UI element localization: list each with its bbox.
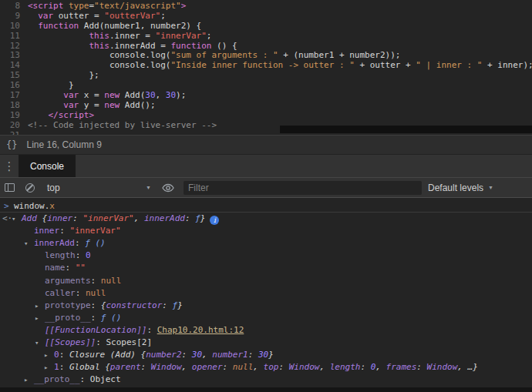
console-text: caller xyxy=(45,288,76,298)
console-text: "innerVar" xyxy=(83,213,134,223)
console-text: arguments xyxy=(45,276,91,286)
console-text: : xyxy=(162,300,172,310)
clear-console-icon[interactable] xyxy=(25,183,35,193)
console-text: top xyxy=(264,362,279,372)
console-text: null xyxy=(101,276,122,286)
console-text: __proto__ xyxy=(45,313,91,323)
console-text: innerAdd xyxy=(34,238,75,248)
console-text: null xyxy=(233,362,254,372)
expand-arrow-icon[interactable]: ▾ xyxy=(12,213,15,225)
console-row: ▸__proto__: Object xyxy=(0,374,532,386)
expand-arrow-icon[interactable]: ▸ xyxy=(24,374,28,386)
console-text: , xyxy=(253,362,263,372)
console-text: inner xyxy=(47,213,72,223)
horizontal-scrollbar[interactable] xyxy=(280,126,532,133)
console-row: ▸1: Global {parent: Window, opener: null… xyxy=(0,361,532,374)
cursor-position-label: Line 16, Column 9 xyxy=(26,139,101,150)
console-toolbar: top ▼ Default levels ▼ xyxy=(0,177,532,198)
line-number[interactable]: 20 xyxy=(0,121,20,131)
filter-input[interactable] xyxy=(184,181,422,195)
code-line: 15 }; xyxy=(0,71,532,81)
expand-arrow-icon[interactable]: ▸ xyxy=(44,349,48,361)
console-text: , xyxy=(134,213,144,223)
console-text: , xyxy=(375,362,386,372)
log-level-label: Default levels xyxy=(428,183,483,193)
line-number[interactable]: 11 xyxy=(0,32,20,42)
console-row: ▸__proto__: ƒ () xyxy=(0,312,532,324)
expand-arrow-icon[interactable]: ▸ xyxy=(35,300,39,312)
console-text: number2 xyxy=(146,350,181,360)
console-text: 30 xyxy=(192,350,202,360)
console-text: } xyxy=(200,213,206,223)
console-text: : xyxy=(416,362,426,372)
line-number[interactable]: 9 xyxy=(0,12,20,22)
expand-arrow-icon[interactable]: ▸ xyxy=(35,312,39,324)
drawer-menu-icon[interactable]: ⋮ xyxy=(0,155,19,177)
console-text: : xyxy=(278,362,288,372)
line-number[interactable]: 19 xyxy=(0,111,20,121)
console-text: Global { xyxy=(69,362,110,372)
expand-arrow-icon[interactable]: ▸ xyxy=(44,361,48,374)
console-text: : xyxy=(91,313,101,323)
context-selector[interactable]: top ▼ xyxy=(47,183,151,193)
console-row: >window.x xyxy=(0,200,532,213)
console-row: name: "" xyxy=(0,262,532,274)
source-link[interactable]: Chap10.20.html:12 xyxy=(157,325,244,335)
info-icon: i xyxy=(210,216,219,225)
prompt-icon: > xyxy=(4,200,9,213)
console-text: ƒ xyxy=(195,213,200,223)
console-text: __proto__ xyxy=(34,374,80,384)
console-text: constructor xyxy=(106,300,162,310)
console-text: x xyxy=(49,201,55,211)
console-text: [[Scopes]] xyxy=(45,337,96,347)
console-text: Window xyxy=(289,362,320,372)
console-text: : xyxy=(91,300,101,310)
console-output: >window.x<·▾Add {inner: "innerVar", inne… xyxy=(0,199,532,387)
console-text: [[FunctionLocation]] xyxy=(45,325,146,335)
sources-status-bar: {} Line 16, Column 9 xyxy=(0,135,532,154)
console-row: arguments: null xyxy=(0,275,532,287)
console-text: opener xyxy=(192,362,223,372)
source-code-editor[interactable]: 8<script type="text/javascript">9 var ou… xyxy=(0,0,532,135)
console-row: ▸0: Closure (Add) {number2: 30, number1:… xyxy=(0,349,532,361)
console-text: : xyxy=(141,362,151,372)
console-row: inner: "innerVar" xyxy=(0,225,532,237)
console-text: : xyxy=(96,337,106,347)
pretty-print-icon[interactable]: {} xyxy=(6,139,17,150)
console-sidebar-icon[interactable] xyxy=(5,183,15,192)
expand-arrow-icon[interactable]: ▾ xyxy=(35,337,39,349)
log-level-selector[interactable]: Default levels ▼ xyxy=(428,183,493,193)
console-text: Scopes[2] xyxy=(106,337,152,347)
console-text: null xyxy=(86,288,106,298)
console-text: : xyxy=(223,362,233,372)
context-selector-label: top xyxy=(47,183,60,193)
chevron-down-icon: ▼ xyxy=(488,185,493,190)
console-text: length xyxy=(45,250,76,260)
devtools-window: 8<script type="text/javascript">9 var ou… xyxy=(0,0,532,392)
console-row: [[FunctionLocation]]: Chap10.20.html:12 xyxy=(0,324,532,337)
bottom-border xyxy=(0,387,532,392)
line-number[interactable]: 18 xyxy=(0,101,20,111)
console-text: 0 xyxy=(86,250,91,260)
console-row: ▸prototype: {constructor: ƒ} xyxy=(0,300,532,312)
console-text: : xyxy=(66,263,76,273)
console-text: } xyxy=(177,300,183,310)
console-text: : xyxy=(76,250,86,260)
console-text: Window xyxy=(427,362,458,372)
line-number[interactable]: 8 xyxy=(0,2,20,12)
drawer-tab-bar: ⋮ Console xyxy=(0,154,532,177)
console-text: length xyxy=(330,362,361,372)
console-text: prototype xyxy=(45,300,91,310)
line-number[interactable]: 17 xyxy=(0,91,20,101)
console-text: Closure (Add) { xyxy=(69,350,146,360)
console-row: length: 0 xyxy=(0,250,532,262)
console-text: frames xyxy=(386,362,417,372)
expand-arrow-icon[interactable]: ▾ xyxy=(24,237,28,250)
line-number[interactable]: 10 xyxy=(0,22,20,32)
eye-icon[interactable] xyxy=(162,183,174,193)
console-row: caller: null xyxy=(0,287,532,300)
tab-console[interactable]: Console xyxy=(19,155,76,177)
console-text: 1 xyxy=(54,362,59,372)
console-text: : xyxy=(91,276,101,286)
console-text: number1 xyxy=(212,350,247,360)
